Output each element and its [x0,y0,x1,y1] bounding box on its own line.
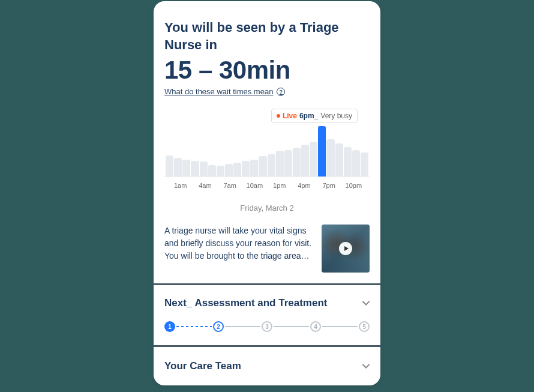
progress-step: 1 [164,321,175,332]
care-team-title: Your Care Team [164,360,241,372]
chart-bar [182,160,190,176]
help-icon: ? [277,88,285,96]
progress-step: 5 [359,321,370,332]
chart-bars [164,123,370,177]
chart-bar [225,164,233,176]
triage-video-thumbnail[interactable] [322,225,370,273]
chevron-down-icon [362,300,370,307]
chart-bar [344,147,352,176]
live-status: Very busy [320,112,352,120]
page-heading: You will be seen by a Triage Nurse in [164,19,370,53]
chart-tick-label: 10am [242,182,267,189]
chart-tick-label: 4pm [292,182,316,189]
chart-bar [242,161,250,177]
chart-bar [318,126,326,177]
chart-bar [166,155,173,177]
live-dot-icon [277,114,280,118]
chart-x-labels: 1am4am7am10am1pm4pm7pm10pm [164,182,370,189]
chart-bar [250,160,258,176]
chart-bar [276,151,284,176]
chart-bar [284,150,292,177]
progress-step: 3 [262,321,272,332]
chart-bar [301,145,309,176]
triage-description: A triage nurse will take your vital sign… [164,225,314,262]
chart-bar [233,163,241,176]
next-steps-title: Next_ Assessment and Treatment [164,297,327,309]
chart-bar [174,158,182,176]
chart-tick-label: 1am [168,182,193,189]
next-steps-section: Next_ Assessment and Treatment 12345 [154,285,380,345]
chart-bar [268,154,275,176]
live-time: 6pm_ [299,112,318,120]
progress-step: 2 [213,321,224,332]
top-section: You will be seen by a Triage Nurse in 15… [154,1,380,283]
progress-connector [322,326,358,327]
chart-bar [361,152,368,176]
progress-connector [274,326,309,327]
live-badge: Live 6pm_ Very busy [271,109,358,123]
chart-bar [191,161,199,177]
wait-time-value: 15 – 30min [164,56,370,85]
wait-time-card: You will be seen by a Triage Nurse in 15… [154,1,380,385]
chart-bar [326,139,334,176]
chart-tick-label: 4am [193,182,217,189]
chart-tick-label: 10pm [341,182,366,189]
help-link-text: What do these wait times mean [164,87,273,96]
progress-stepper: 12345 [164,321,370,332]
chart-tick-label: 1pm [267,182,292,189]
next-steps-header[interactable]: Next_ Assessment and Treatment [164,297,370,309]
play-icon [339,242,352,255]
wait-time-help-link[interactable]: What do these wait times mean ? [164,87,285,96]
chart-bar [352,150,360,177]
progress-step: 4 [310,321,321,332]
chart-bar [310,142,317,176]
care-team-header[interactable]: Your Care Team [154,347,380,385]
description-row: A triage nurse will take your vital sign… [164,225,370,273]
busy-chart: Live 6pm_ Very busy 1am4am7am10am1pm4pm7… [164,123,370,213]
progress-connector [225,326,260,327]
live-label: Live [283,112,297,120]
chart-tick-label: 7pm [317,182,341,189]
chart-bar [200,161,208,176]
progress-connector [176,326,212,327]
chart-bar [208,165,216,177]
chart-tick-label: 7am [218,182,242,189]
chart-bar [217,166,224,176]
chart-bar [293,148,301,176]
chart-date: Friday, March 2 [164,204,370,213]
chart-bar [335,143,343,176]
chevron-down-icon [362,363,370,370]
chart-bar [259,156,266,176]
